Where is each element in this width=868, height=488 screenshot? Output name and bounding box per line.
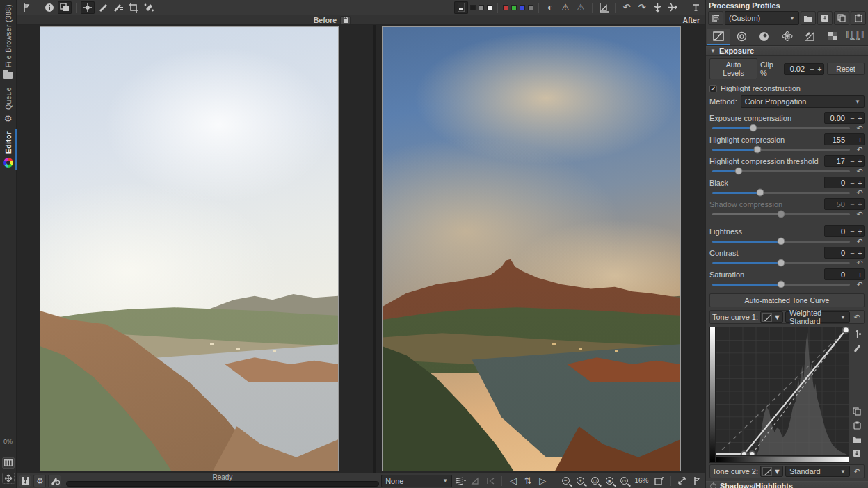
- paste-profile-button[interactable]: [851, 11, 866, 25]
- preview-luminosity-chip[interactable]: [528, 5, 533, 10]
- fullscreen-button[interactable]: [676, 475, 689, 487]
- slider-thumb[interactable]: [750, 124, 757, 132]
- flip-horizontal-button[interactable]: [666, 1, 680, 14]
- edit-point-button[interactable]: [851, 328, 862, 339]
- previous-image-button[interactable]: ◁: [507, 475, 520, 487]
- increment-button[interactable]: +: [856, 179, 864, 187]
- preview-green-channel-chip[interactable]: [511, 5, 517, 10]
- before-after-view-button[interactable]: [58, 1, 72, 14]
- shadow-clipping-button[interactable]: ⚠: [558, 1, 572, 14]
- slider-track[interactable]: [712, 262, 850, 264]
- slider-track[interactable]: [712, 284, 850, 286]
- before-image[interactable]: [40, 26, 339, 471]
- flip-vertical-button[interactable]: [650, 1, 664, 14]
- pen-mode-button[interactable]: [851, 342, 862, 353]
- slider-reset-button[interactable]: ↶: [855, 210, 865, 219]
- decrement-button[interactable]: −: [849, 136, 856, 144]
- hr-method-select[interactable]: Color Propagation ▼: [741, 95, 865, 108]
- pan-tool-button[interactable]: [691, 475, 703, 487]
- highlight-reconstruction-checkbox[interactable]: ✓: [709, 85, 717, 92]
- crop-guide-button[interactable]: [689, 1, 702, 14]
- rotate-page-left-button[interactable]: [469, 475, 481, 487]
- increment-button[interactable]: +: [856, 249, 864, 257]
- slider-thumb[interactable]: [734, 168, 742, 175]
- before-profile-select[interactable]: None ▼: [381, 475, 452, 487]
- load-curve-button[interactable]: [851, 434, 862, 445]
- preview-profile-button[interactable]: [597, 1, 611, 14]
- preview-red-channel-chip[interactable]: [503, 5, 508, 10]
- copy-profile-button[interactable]: [834, 11, 849, 25]
- zoom-fit-button[interactable]: ▢: [588, 475, 601, 487]
- rotate-page-right-button[interactable]: [484, 475, 497, 487]
- decrement-button[interactable]: −: [849, 227, 856, 236]
- shadows-highlights-expander[interactable]: Shadows/Highlights: [706, 481, 868, 488]
- sidebar-tab-queue[interactable]: Queue ⚙: [0, 83, 17, 127]
- before-after-lock-button[interactable]: [340, 16, 351, 24]
- save-profile-button[interactable]: [817, 11, 833, 25]
- add-to-queue-button[interactable]: ⚙: [33, 475, 46, 487]
- bg-color-dark-chip[interactable]: [470, 5, 476, 10]
- sidebar-tab-file-browser[interactable]: File Browser (388): [0, 0, 17, 83]
- tone-curve-1-select[interactable]: Weighted Standard ▼: [785, 311, 850, 323]
- curve-plot-area[interactable]: [716, 327, 849, 456]
- tab-transform[interactable]: [798, 29, 821, 45]
- slider-reset-button[interactable]: ↶: [855, 237, 865, 246]
- tab-detail[interactable]: [730, 29, 753, 45]
- exposure-expander-header[interactable]: ▼ Exposure: [706, 46, 868, 56]
- edit-external-button[interactable]: [48, 475, 61, 487]
- paste-curve-button[interactable]: [851, 420, 862, 431]
- color-picker-button[interactable]: [81, 1, 95, 14]
- slider-thumb[interactable]: [778, 238, 785, 245]
- slider-track[interactable]: [712, 241, 850, 243]
- highlight-clipping-button[interactable]: ⚠: [574, 1, 588, 14]
- highlight-reconstruction-row[interactable]: ✓ Highlight reconstruction: [709, 84, 865, 92]
- auto-levels-button[interactable]: Auto Levels: [709, 58, 757, 79]
- copy-curve-button[interactable]: [851, 406, 862, 417]
- reset-exposure-button[interactable]: Reset: [827, 63, 865, 75]
- zoom-out-button[interactable]: −: [559, 475, 572, 487]
- increment-button[interactable]: +: [856, 270, 864, 279]
- fill-profile-mode-button[interactable]: [708, 11, 723, 25]
- zoom-100-button[interactable]: 1:1: [618, 475, 630, 487]
- increment-button[interactable]: +: [856, 114, 864, 122]
- decrement-button[interactable]: −: [849, 114, 856, 122]
- power-icon[interactable]: [710, 483, 716, 488]
- hand-tool-button[interactable]: [19, 1, 33, 14]
- slider-thumb[interactable]: [778, 281, 785, 288]
- zoom-fit-crop-button[interactable]: ▣: [603, 475, 616, 487]
- tone-curve-2-type-button[interactable]: ▼: [760, 466, 783, 477]
- bg-color-gray-chip[interactable]: [479, 5, 484, 10]
- preview-blue-channel-chip[interactable]: [520, 5, 525, 10]
- tab-exposure[interactable]: [707, 29, 730, 45]
- sidebar-tab-editor[interactable]: Editor: [0, 127, 17, 172]
- next-image-button[interactable]: ▷: [536, 475, 549, 487]
- slider-thumb[interactable]: [778, 259, 785, 267]
- image-info-button[interactable]: [42, 1, 56, 14]
- crop-tool-button[interactable]: [127, 1, 140, 14]
- decrement-button[interactable]: −: [849, 200, 856, 209]
- slider-reset-button[interactable]: ↶: [855, 167, 865, 176]
- bg-color-current-button[interactable]: [454, 1, 468, 14]
- save-curve-button[interactable]: [851, 448, 862, 459]
- rotate-left-button[interactable]: ↶: [620, 1, 634, 14]
- perspective-tool-button[interactable]: [111, 1, 125, 14]
- slider-reset-button[interactable]: ↶: [855, 188, 865, 197]
- new-detail-window-button[interactable]: [652, 475, 665, 487]
- clip-decrement-button[interactable]: −: [808, 65, 816, 73]
- maximize-panel-button[interactable]: [2, 473, 15, 484]
- increment-button[interactable]: +: [856, 157, 864, 165]
- save-image-button[interactable]: [19, 475, 31, 487]
- slider-track[interactable]: [712, 170, 850, 172]
- slider-reset-button[interactable]: ↶: [855, 145, 865, 154]
- tone-curve-2-reset-button[interactable]: ↶: [852, 467, 862, 476]
- slider-thumb[interactable]: [754, 146, 762, 154]
- bg-color-white-chip[interactable]: [487, 5, 492, 10]
- focus-mask-button[interactable]: ◐: [543, 1, 557, 14]
- spot-removal-button[interactable]: [142, 1, 156, 14]
- tone-curve-1-type-button[interactable]: ▼: [760, 311, 783, 323]
- increment-button[interactable]: +: [856, 227, 864, 236]
- filmstrip-toggle-button[interactable]: [2, 457, 15, 469]
- decrement-button[interactable]: −: [849, 249, 856, 257]
- tone-curve-1-reset-button[interactable]: ↶: [852, 313, 862, 322]
- zoom-in-button[interactable]: +: [574, 475, 586, 487]
